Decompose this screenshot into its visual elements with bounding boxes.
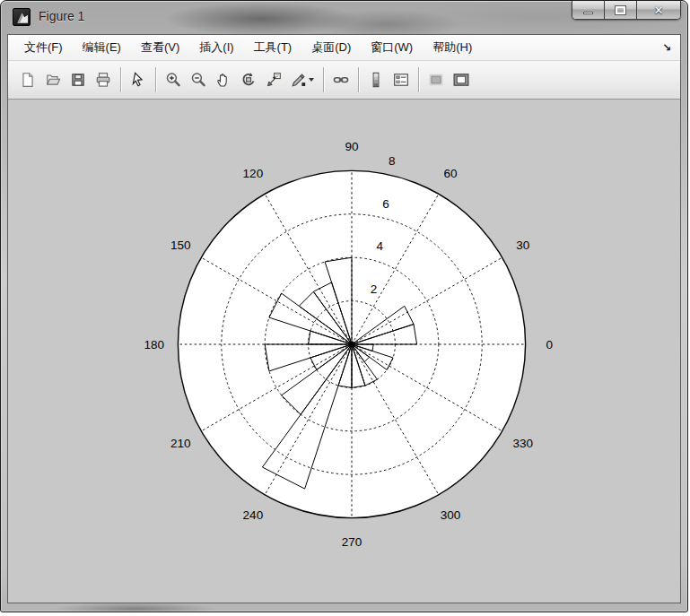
- pan-hand-icon: [215, 72, 231, 88]
- svg-text:240: 240: [243, 508, 264, 522]
- data-cursor-icon: [266, 72, 282, 88]
- show-plot-tools-icon: [453, 72, 469, 88]
- hide-plot-tools-icon: [428, 72, 444, 88]
- dock-figure-arrow-icon[interactable]: ↘: [662, 41, 671, 54]
- insert-colorbar-button[interactable]: [363, 66, 389, 93]
- svg-text:30: 30: [516, 239, 529, 252]
- svg-text:4: 4: [377, 239, 384, 253]
- save-figure-button[interactable]: [66, 66, 91, 93]
- menu-bar: 文件(F) 编辑(E) 查看(V) 插入(I) 工具(T) 桌面(D) 窗口(W…: [8, 35, 680, 61]
- toolbar: [8, 61, 680, 100]
- menu-window[interactable]: 窗口(W): [361, 36, 423, 59]
- svg-text:180: 180: [144, 338, 165, 351]
- maximize-icon: [616, 6, 625, 14]
- title-bar[interactable]: Figure 1 ✕: [1, 1, 687, 34]
- window-title: Figure 1: [39, 9, 84, 23]
- pointer-arrow-icon: [130, 72, 146, 88]
- toolbar-separator: [155, 67, 156, 92]
- save-floppy-icon: [70, 72, 86, 88]
- svg-text:90: 90: [345, 140, 358, 153]
- maximize-button[interactable]: [605, 1, 637, 19]
- show-plot-tools-button[interactable]: [449, 66, 474, 93]
- legend-icon: [393, 72, 409, 88]
- client-area: 文件(F) 编辑(E) 查看(V) 插入(I) 工具(T) 桌面(D) 窗口(W…: [7, 34, 681, 603]
- svg-text:6: 6: [382, 197, 389, 211]
- matlab-logo-icon: [13, 8, 31, 26]
- caption-button-group: ✕: [572, 1, 681, 20]
- rotate-3d-button[interactable]: [236, 66, 261, 93]
- hide-plot-tools-button[interactable]: [424, 66, 449, 93]
- menu-tools[interactable]: 工具(T): [244, 36, 302, 59]
- svg-text:270: 270: [342, 535, 362, 549]
- menu-edit[interactable]: 编辑(E): [73, 36, 131, 59]
- close-icon: ✕: [654, 4, 664, 17]
- svg-text:60: 60: [444, 167, 458, 180]
- svg-text:2: 2: [371, 282, 378, 296]
- edit-plot-button[interactable]: [126, 66, 151, 93]
- svg-text:330: 330: [512, 437, 533, 450]
- brush-data-button[interactable]: [286, 66, 319, 93]
- zoom-in-button[interactable]: [161, 66, 186, 93]
- zoom-in-icon: [165, 72, 181, 88]
- open-file-button[interactable]: [40, 66, 66, 93]
- open-folder-icon: [45, 72, 61, 88]
- menu-desktop[interactable]: 桌面(D): [301, 36, 361, 59]
- toolbar-separator: [323, 67, 324, 92]
- toolbar-separator: [418, 67, 419, 92]
- printer-icon: [95, 72, 111, 88]
- brush-icon: [291, 72, 307, 88]
- polar-rose-chart: 03060901201501802102402703003302468: [8, 100, 680, 603]
- new-figure-button[interactable]: [15, 66, 40, 93]
- rotate-3d-icon: [240, 72, 257, 88]
- svg-text:300: 300: [441, 508, 461, 522]
- zoom-out-icon: [190, 72, 206, 88]
- toolbar-separator: [358, 67, 359, 92]
- menu-insert[interactable]: 插入(I): [189, 36, 243, 59]
- svg-text:0: 0: [546, 338, 553, 351]
- print-figure-button[interactable]: [91, 66, 116, 93]
- menu-view[interactable]: 查看(V): [131, 36, 189, 59]
- minimize-icon: [583, 12, 593, 14]
- data-cursor-button[interactable]: [261, 66, 286, 93]
- insert-legend-button[interactable]: [389, 66, 414, 93]
- colorbar-icon: [368, 72, 384, 88]
- zoom-out-button[interactable]: [186, 66, 211, 93]
- link-plot-button[interactable]: [328, 66, 354, 93]
- svg-text:8: 8: [389, 154, 396, 168]
- figure-canvas: 03060901201501802102402703003302468: [8, 100, 680, 603]
- figure-window: Figure 1 ✕ 文件(F) 编辑(E) 查看(V) 插入(I) 工具(T)…: [0, 0, 688, 612]
- menu-help[interactable]: 帮助(H): [423, 36, 482, 59]
- menu-file[interactable]: 文件(F): [14, 36, 73, 59]
- toolbar-separator: [120, 67, 121, 92]
- pan-button[interactable]: [211, 66, 236, 93]
- svg-text:120: 120: [243, 167, 264, 180]
- svg-text:210: 210: [170, 437, 191, 450]
- svg-text:150: 150: [170, 239, 191, 252]
- brush-dropdown-arrow-icon[interactable]: [309, 78, 314, 82]
- minimize-button[interactable]: [572, 1, 605, 19]
- close-button[interactable]: ✕: [637, 1, 680, 19]
- new-document-icon: [20, 72, 36, 88]
- link-chain-icon: [333, 72, 349, 88]
